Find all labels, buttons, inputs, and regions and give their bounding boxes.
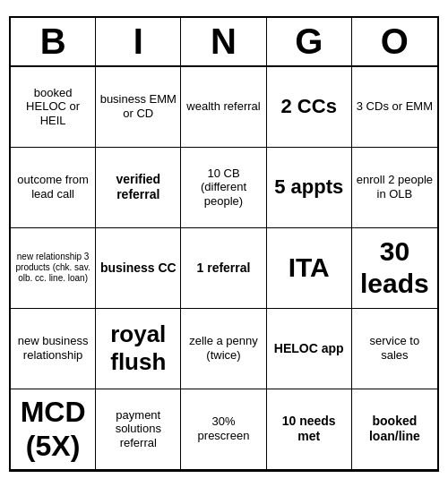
bingo-cell-21: payment solutions referral — [96, 389, 181, 470]
bingo-cell-22: 30% prescreen — [181, 389, 266, 470]
bingo-card: B I N G O booked HELOC or HEILbusiness E… — [9, 16, 439, 472]
bingo-cell-24: booked loan/line — [352, 389, 437, 470]
bingo-cell-2: wealth referral — [181, 67, 266, 148]
header-g: G — [267, 18, 352, 65]
header-o: O — [352, 18, 437, 65]
bingo-cell-5: outcome from lead call — [11, 148, 96, 228]
bingo-cell-16: royal flush — [96, 309, 181, 389]
bingo-cell-4: 3 CDs or EMM — [352, 67, 437, 148]
bingo-cell-15: new business relationship — [11, 309, 96, 389]
bingo-cell-13: ITA — [267, 228, 352, 309]
bingo-cell-19: service to sales — [352, 309, 437, 389]
bingo-cell-0: booked HELOC or HEIL — [11, 67, 96, 148]
bingo-cell-23: 10 needs met — [267, 389, 352, 470]
bingo-cell-7: 10 CB (different people) — [181, 148, 266, 228]
bingo-cell-8: 5 appts — [267, 148, 352, 228]
bingo-cell-10: new relationship 3 products (chk. sav. o… — [11, 228, 96, 309]
bingo-cell-14: 30 leads — [352, 228, 437, 309]
bingo-cell-11: business CC — [96, 228, 181, 309]
bingo-cell-3: 2 CCs — [267, 67, 352, 148]
bingo-header: B I N G O — [11, 18, 437, 67]
header-n: N — [181, 18, 266, 65]
bingo-cell-18: HELOC app — [267, 309, 352, 389]
bingo-cell-9: enroll 2 people in OLB — [352, 148, 437, 228]
bingo-cell-12: 1 referral — [181, 228, 266, 309]
bingo-grid: booked HELOC or HEILbusiness EMM or CDwe… — [11, 67, 437, 470]
bingo-cell-1: business EMM or CD — [96, 67, 181, 148]
bingo-cell-17: zelle a penny (twice) — [181, 309, 266, 389]
bingo-cell-6: verified referral — [96, 148, 181, 228]
bingo-cell-20: MCD (5X) — [11, 389, 96, 470]
header-b: B — [11, 18, 96, 65]
header-i: I — [96, 18, 181, 65]
